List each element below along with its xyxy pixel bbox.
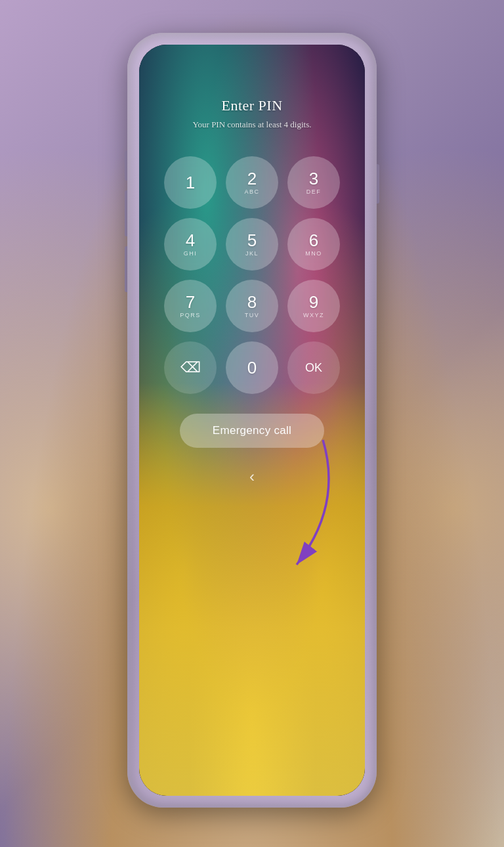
key-1[interactable]: 1 <box>164 156 217 209</box>
key-6[interactable]: 6 MNO <box>287 218 340 271</box>
phone-case: Enter PIN Your PIN contains at least 4 d… <box>127 33 377 808</box>
key-2[interactable]: 2 ABC <box>226 156 278 209</box>
pin-title: Enter PIN <box>221 97 282 114</box>
backspace-button[interactable]: ⌫ <box>164 341 217 394</box>
power-button[interactable] <box>377 164 379 204</box>
emergency-call-button[interactable]: Emergency call <box>180 414 324 448</box>
back-chevron-icon: ‹ <box>249 467 255 485</box>
pin-keypad: 1 2 ABC 3 DEF 4 GHI <box>164 156 340 394</box>
key-8[interactable]: 8 TUV <box>226 280 278 332</box>
screen-content: Enter PIN Your PIN contains at least 4 d… <box>139 45 365 796</box>
backspace-icon: ⌫ <box>180 359 201 376</box>
pin-subtitle: Your PIN contains at least 4 digits. <box>192 119 311 130</box>
ok-button[interactable]: OK <box>287 341 340 394</box>
key-4[interactable]: 4 GHI <box>164 218 217 271</box>
phone-screen: Enter PIN Your PIN contains at least 4 d… <box>139 45 365 796</box>
key-9[interactable]: 9 WXYZ <box>287 280 340 332</box>
key-0[interactable]: 0 <box>226 341 278 394</box>
key-5[interactable]: 5 JKL <box>226 218 278 271</box>
key-3[interactable]: 3 DEF <box>287 156 340 209</box>
back-button[interactable]: ‹ <box>230 461 274 492</box>
ok-label: OK <box>305 361 322 375</box>
phone-device: Enter PIN Your PIN contains at least 4 d… <box>127 33 377 808</box>
key-7[interactable]: 7 PQRS <box>164 280 217 332</box>
